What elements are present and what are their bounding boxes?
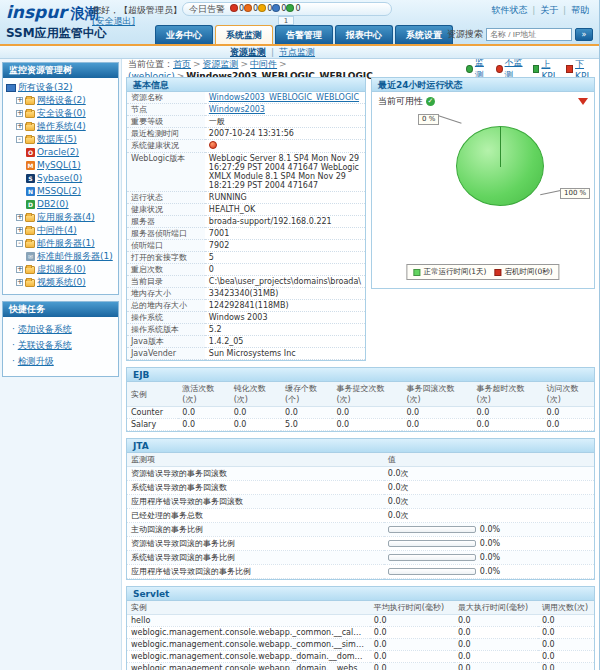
expand-icon[interactable]: + — [16, 214, 23, 221]
progress-bar — [388, 540, 476, 547]
basic-info-label: 重要等级 — [127, 116, 205, 128]
basic-info-value: 33423340(31MB) — [205, 288, 365, 300]
column-header: 平均执行时间(毫秒) — [370, 601, 454, 615]
table-row: 资源错误导致回滚的事务比例0.0% — [127, 537, 594, 551]
cell-value: 0.0 — [454, 639, 538, 651]
tree-node-label[interactable]: 操作系统(4) — [37, 120, 86, 133]
tab-system-monitor[interactable]: 系统监测 — [215, 25, 273, 44]
basic-info-value: Windows 2003 — [205, 312, 365, 324]
basic-info-value: 0 — [205, 264, 365, 276]
basic-info-link[interactable]: Windows2003_WEBLOGIC_WEBLOGIC — [209, 93, 359, 102]
expand-icon[interactable]: + — [16, 279, 23, 286]
tree-node-label[interactable]: 虚拟服务(0) — [37, 263, 86, 276]
tree-node-label[interactable]: Oracle(2) — [37, 146, 79, 159]
column-header: 激活次数(次) — [178, 382, 229, 407]
expand-icon[interactable]: + — [16, 110, 23, 117]
status-24h-body: 当前可用性 ✓ 0 % 100 % 正常运行时间(1天)宕机时间(0秒) — [372, 92, 594, 288]
tab-report-center[interactable]: 报表中心 — [335, 25, 393, 44]
expand-icon[interactable]: + — [16, 227, 23, 234]
expand-icon[interactable]: + — [16, 123, 23, 130]
section-ejb: EJB实例激活次数(次)钝化次数(次)缓存个数(个)事务提交次数(次)事务回滚次… — [126, 367, 595, 432]
basic-info-label: 节点 — [127, 104, 205, 116]
tree-item: MMySQL(1) — [6, 159, 116, 172]
breadcrumb-link-2[interactable]: 中间件 — [250, 59, 277, 69]
table-row: 主动回滚的事务比例0.0% — [127, 523, 594, 537]
table-row: 资源错误导致的事务回滚数0.0次 — [127, 467, 594, 481]
tree-node-label[interactable]: 所有设备(32) — [18, 81, 72, 94]
subnav-node-monitor[interactable]: 节点监测 — [279, 46, 315, 59]
basic-info-label: 操作系统版本 — [127, 324, 205, 336]
alarm-warning: 0 — [272, 4, 286, 13]
table-row: weblogic.management.console.webapp._doma… — [127, 663, 594, 670]
filter-icon[interactable] — [578, 98, 588, 105]
tree-node-label[interactable]: 标准邮件服务器(1) — [37, 250, 113, 263]
tree-node-label[interactable]: 视频系统(0) — [37, 276, 86, 289]
header-link-2[interactable]: 帮助 — [571, 5, 589, 15]
folder-icon — [25, 214, 35, 222]
tab-system-config[interactable]: 系统设置 — [395, 25, 453, 44]
uptime-pie-chart — [456, 126, 544, 206]
legend-swatch — [495, 269, 502, 276]
metric-value: 0.0次 — [384, 495, 594, 509]
header-links: 软件状态 | 关于 | 帮助 — [489, 4, 591, 17]
collapse-icon[interactable]: - — [16, 240, 23, 247]
cell-value: 0.0 — [370, 627, 454, 639]
logout-link[interactable]: [安全退出] — [92, 16, 135, 26]
tree-node-label[interactable]: 数据库(5) — [37, 133, 77, 146]
tree-node-label[interactable]: Sybase(0) — [37, 172, 82, 185]
tree-node-label[interactable]: MSSQL(2) — [37, 185, 81, 198]
basic-info-value: HEALTH_OK — [205, 204, 365, 216]
oracle-icon: O — [26, 148, 35, 157]
tree-node-label[interactable]: MySQL(1) — [37, 159, 81, 172]
breadcrumb-link-1[interactable]: 资源监测 — [203, 59, 239, 69]
breadcrumb-link-0[interactable]: 首页 — [173, 59, 191, 69]
tree-node-label[interactable]: DB2(0) — [37, 198, 69, 211]
tree-node-label[interactable]: 网络设备(2) — [37, 94, 86, 107]
collapse-icon[interactable]: - — [16, 136, 23, 143]
expand-icon[interactable]: + — [16, 97, 23, 104]
metric-label: 已经处理的事务总数 — [127, 509, 384, 523]
tree-node-label[interactable]: 邮件服务器(1) — [37, 237, 95, 250]
health-critical-icon — [209, 141, 217, 149]
column-header: 监测项 — [127, 453, 384, 467]
legend-swatch — [413, 269, 420, 276]
tab-alarm-manage[interactable]: 告警管理 — [275, 25, 333, 44]
servlet-table: 实例平均执行时间(毫秒)最大执行时间(毫秒)调用次数(次)hello0.00.0… — [127, 601, 594, 670]
db2-icon: D — [26, 200, 35, 209]
quick-task-link-0[interactable]: 添加设备系统 — [18, 324, 72, 334]
quick-task-link-1[interactable]: 关联设备系统 — [18, 340, 72, 350]
basic-info-table: 资源名称Windows2003_WEBLOGIC_WEBLOGIC节点Windo… — [127, 92, 365, 360]
normal-alarm-icon — [286, 4, 294, 12]
header-link-1[interactable]: 关于 — [540, 5, 558, 15]
tree-node-label[interactable]: 中间件(4) — [37, 224, 77, 237]
breadcrumb-separator: > — [241, 59, 249, 69]
header-link-0[interactable]: 软件状态 — [491, 5, 527, 15]
instance-name: weblogic.management.console.webapp._comm… — [127, 639, 370, 651]
search-input[interactable] — [486, 28, 572, 41]
basic-info-link[interactable]: Windows2003 — [209, 105, 265, 114]
cell-value: 0.0 — [370, 615, 454, 627]
expand-icon[interactable]: + — [16, 266, 23, 273]
breadcrumb-separator: > — [193, 59, 201, 69]
alarm-pager[interactable]: 1 — [278, 16, 294, 25]
cell-value: 0.0 — [332, 419, 402, 431]
quick-task-link-2[interactable]: 检测升级 — [18, 356, 54, 366]
subnav-resource-monitor[interactable]: 资源监测 — [230, 46, 266, 59]
folder-icon — [25, 97, 35, 105]
legend-label: 正常运行时间(1天) — [423, 267, 486, 277]
header: inspur浪潮 SSM应用监管中心 您好，【超级管理员】 [安全退出] 今日告… — [0, 0, 599, 44]
cell-value: 0.0 — [454, 651, 538, 663]
section-title-servlet: Servlet — [127, 587, 594, 601]
tree-node-label[interactable]: 安全设备(0) — [37, 107, 86, 120]
search-button[interactable]: » — [575, 28, 593, 41]
app-window: inspur浪潮 SSM应用监管中心 您好，【超级管理员】 [安全退出] 今日告… — [0, 0, 600, 670]
column-header: 访问次数(次) — [543, 382, 594, 407]
tab-business-center[interactable]: 业务中心 — [155, 25, 213, 44]
table-header-row: 实例平均执行时间(毫秒)最大执行时间(毫秒)调用次数(次) — [127, 601, 594, 615]
tree-node-label[interactable]: 应用服务器(4) — [37, 211, 95, 224]
alarm-normal-count: 0 — [295, 4, 300, 13]
search-label: 资源搜索 — [447, 28, 483, 41]
basic-info-label: 操作系统 — [127, 312, 205, 324]
table-row: 系统错误导致的事务回滚数0.0次 — [127, 481, 594, 495]
metric-value: 0.0次 — [384, 481, 594, 495]
